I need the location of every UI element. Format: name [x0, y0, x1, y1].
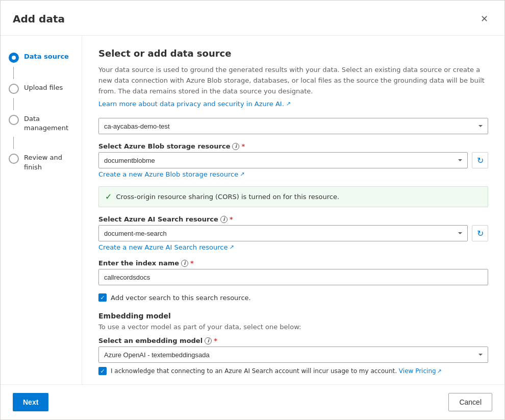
- pricing-external-icon: ↗: [437, 368, 442, 375]
- embedding-model-dropdown[interactable]: Azure OpenAI - textembeddingsada: [98, 347, 488, 363]
- cors-check-icon: ✓: [105, 192, 112, 202]
- external-link-icon: ↗: [286, 101, 291, 107]
- index-name-input[interactable]: [98, 269, 488, 285]
- blob-refresh-icon: ↻: [477, 156, 484, 165]
- cors-message-text: Cross-origin resource sharing (CORS) is …: [116, 193, 339, 201]
- blob-create-link-text: Create a new Azure Blob storage resource: [98, 170, 238, 178]
- blob-storage-dropdown[interactable]: documentblobme: [98, 152, 468, 168]
- section-title: Select or add data source: [98, 48, 488, 59]
- next-button[interactable]: Next: [13, 393, 48, 411]
- cors-notice: ✓ Cross-origin resource sharing (CORS) i…: [98, 186, 488, 207]
- search-external-icon: ↗: [229, 244, 234, 251]
- sidebar-step-data-source[interactable]: Data source: [1, 48, 82, 67]
- search-select-row: document-me-search ↻: [98, 225, 488, 241]
- step-circle-upload-files: [9, 84, 19, 94]
- search-create-link-text: Create a new Azure AI Search resource: [98, 243, 228, 251]
- step-circle-review-finish: [9, 154, 19, 164]
- embedding-required-star: *: [214, 337, 217, 344]
- cancel-button[interactable]: Cancel: [448, 393, 492, 411]
- embedding-model-label: Select an embedding model i *: [98, 337, 488, 344]
- modal-header: Add data ✕: [1, 1, 504, 36]
- blob-required-star: *: [241, 142, 245, 150]
- step-label-upload-files: Upload files: [24, 83, 63, 92]
- privacy-link[interactable]: Learn more about data privacy and securi…: [98, 100, 291, 108]
- modal-footer: Next Cancel: [1, 384, 504, 419]
- subscription-dropdown[interactable]: ca-aycabas-demo-test: [98, 118, 488, 134]
- embedding-select-row: Azure OpenAI - textembeddingsada: [98, 347, 488, 363]
- step-connector-1: [13, 67, 14, 79]
- main-content: Select or add data source Your data sour…: [82, 36, 504, 384]
- view-pricing-link[interactable]: View Pricing ↗: [399, 367, 442, 375]
- blob-info-icon[interactable]: i: [232, 143, 239, 150]
- modal-body: Data source Upload files Data management…: [1, 36, 504, 384]
- search-create-link[interactable]: Create a new Azure AI Search resource ↗: [98, 243, 234, 251]
- index-name-field: Enter the index name i *: [98, 259, 488, 285]
- blob-storage-field: Select Azure Blob storage resource i * d…: [98, 142, 488, 178]
- view-pricing-text: View Pricing: [399, 367, 436, 375]
- blob-refresh-button[interactable]: ↻: [472, 152, 488, 168]
- subscription-field: ca-aycabas-demo-test: [98, 118, 488, 134]
- acknowledge-checkbox[interactable]: [98, 367, 107, 375]
- description-text: Your data source is used to ground the g…: [98, 65, 488, 96]
- step-circle-data-management: [9, 115, 19, 125]
- search-resource-dropdown[interactable]: document-me-search: [98, 225, 468, 241]
- search-refresh-button[interactable]: ↻: [472, 225, 488, 241]
- sidebar: Data source Upload files Data management…: [1, 36, 82, 384]
- step-label-data-management: Data management: [24, 114, 73, 133]
- sidebar-step-upload-files[interactable]: Upload files: [1, 79, 82, 98]
- vector-search-row: Add vector search to this search resourc…: [98, 293, 488, 302]
- embedding-section-desc: To use a vector model as part of your da…: [98, 323, 488, 331]
- embedding-model-section: Embedding model To use a vector model as…: [98, 312, 488, 375]
- privacy-link-text: Learn more about data privacy and securi…: [98, 100, 284, 108]
- close-icon: ✕: [481, 13, 488, 24]
- step-label-review-finish: Review and finish: [24, 153, 73, 171]
- search-resource-label: Select Azure AI Search resource i *: [98, 215, 488, 223]
- vector-search-label: Add vector search to this search resourc…: [111, 294, 251, 302]
- search-info-icon[interactable]: i: [220, 216, 228, 223]
- add-data-modal: Add data ✕ Data source Upload files: [0, 0, 505, 420]
- sidebar-step-review-finish[interactable]: Review and finish: [1, 149, 82, 176]
- blob-storage-label: Select Azure Blob storage resource i *: [98, 142, 488, 150]
- index-required-star: *: [190, 259, 194, 267]
- step-label-data-source: Data source: [24, 52, 69, 61]
- blob-external-icon: ↗: [240, 171, 244, 178]
- search-resource-field: Select Azure AI Search resource i * docu…: [98, 215, 488, 251]
- form-section: ca-aycabas-demo-test Select Azure Blob s…: [98, 118, 488, 375]
- search-required-star: *: [230, 215, 233, 223]
- vector-search-checkbox[interactable]: [98, 293, 107, 302]
- step-circle-data-source: [9, 53, 19, 63]
- sidebar-step-data-management[interactable]: Data management: [1, 110, 82, 137]
- blob-select-row: documentblobme ↻: [98, 152, 488, 168]
- modal-title: Add data: [13, 13, 65, 25]
- step-connector-2: [13, 98, 14, 110]
- close-button[interactable]: ✕: [476, 11, 492, 27]
- index-info-icon[interactable]: i: [181, 260, 188, 267]
- subscription-select-row: ca-aycabas-demo-test: [98, 118, 488, 134]
- embedding-section-title: Embedding model: [98, 312, 488, 320]
- acknowledge-row: I acknowledge that connecting to an Azur…: [98, 367, 488, 375]
- blob-create-link[interactable]: Create a new Azure Blob storage resource…: [98, 170, 244, 178]
- acknowledge-text: I acknowledge that connecting to an Azur…: [111, 367, 442, 375]
- search-refresh-icon: ↻: [477, 229, 484, 238]
- index-name-label: Enter the index name i *: [98, 259, 488, 267]
- step-connector-3: [13, 137, 14, 149]
- embedding-info-icon[interactable]: i: [205, 337, 212, 344]
